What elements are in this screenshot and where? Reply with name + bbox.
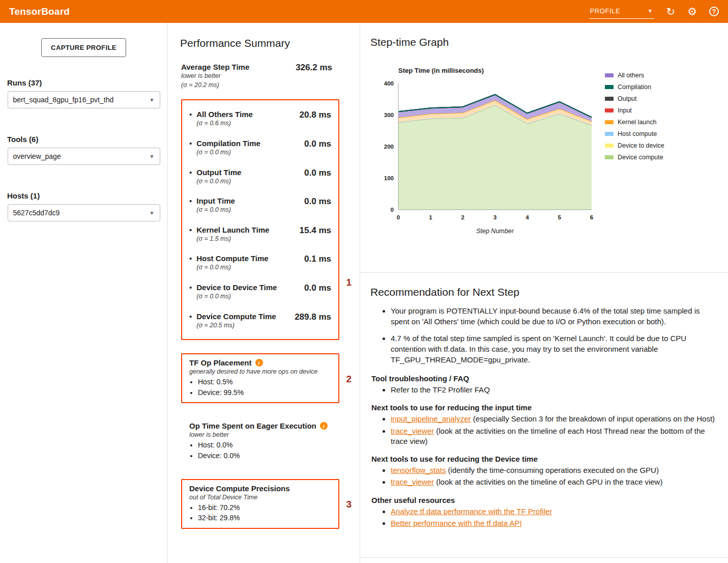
legend-item[interactable]: Compilation [605,83,664,91]
metric-sigma: (σ = 0.0 ms) [196,149,260,157]
metric-text: Input Time(σ = 0.0 ms) [196,196,235,214]
stat-item: 32-bit: 29.8% [198,513,331,523]
recommendation-bullets: Your program is POTENTIALLY input-bound … [370,305,716,365]
tool-link[interactable]: trace_viewer [391,477,434,486]
section-item: input_pipeline_analyzer (especially Sect… [391,414,716,424]
dashboard-selector[interactable]: PROFILE ▼ [589,4,654,19]
legend-swatch-icon [605,73,614,77]
bullet-icon: • [189,168,192,186]
x-tick-label: 5 [558,214,561,220]
metric-left: •Host Compute Time(σ = 0.0 ms) [189,254,269,272]
help-icon[interactable]: ? [709,7,719,16]
metric-sigma: (σ = 0.0 ms) [196,293,277,301]
metric-left: •Device Compute Time(σ = 20.5 ms) [189,312,276,330]
tf-op-placement-box: TF Op Placement generally desired to hav… [181,353,339,403]
x-tick-label: 6 [590,214,593,220]
metric-label: Compilation Time [196,139,260,148]
step-time-chart: 01002003004000123456Step Number [370,76,597,236]
series-area [398,105,592,210]
hosts-select-value: 5627c5dd7dc9 [13,209,60,217]
legend-item[interactable]: Device compute [605,154,664,161]
recommendation-bullet: 4.7 % of the total step time sampled is … [391,333,716,365]
metric-row: •Output Time(σ = 0.0 ms)0.0 ms [189,162,331,191]
metric-left: •Device to Device Time(σ = 0.0 ms) [189,283,277,301]
info-icon[interactable] [320,422,328,430]
legend-label: Input [618,107,632,114]
section-item: Better performance with the tf.data API [391,518,716,528]
tool-link[interactable]: tensorflow_stats [391,466,446,474]
legend-swatch-icon [605,85,614,89]
metric-label: Output Time [196,168,241,177]
tool-link[interactable]: Analyze tf.data performance with the TF … [391,507,552,516]
x-tick-label: 4 [526,214,529,220]
metrics-list: •All Others Time(σ = 0.6 ms)20.8 ms•Comp… [189,104,331,335]
bullet-icon: • [189,226,192,243]
section-list: input_pipeline_analyzer (especially Sect… [370,414,716,446]
y-tick-label: 300 [384,112,394,118]
stat-item: Host: 0.5% [198,377,331,387]
stat-item: Device: 99.5% [198,388,331,398]
gear-icon[interactable]: ⚙ [687,6,697,17]
metric-value: 0.0 ms [304,139,331,149]
eager-execution-subtitle: lower is better [189,431,331,438]
legend-item[interactable]: All others [605,72,664,79]
eager-execution-title: Op Time Spent on Eager Execution [189,421,316,430]
annotation-1: 1 [346,277,352,288]
refresh-icon[interactable]: ↻ [666,6,676,17]
legend-label: Kernel launch [618,119,656,126]
metric-text: Output Time(σ = 0.0 ms) [196,168,241,186]
tools-select[interactable]: overview_page ▼ [8,148,160,165]
metric-value: 20.8 ms [300,110,331,120]
legend-item[interactable]: Kernel launch [605,119,664,126]
section-heading: Tool troubleshooting / FAQ [371,374,716,383]
eager-execution-list: Host: 0.0%Device: 0.0% [189,440,331,461]
metric-sigma: (σ = 0.0 ms) [196,206,235,214]
tool-link[interactable]: input_pipeline_analyzer [391,414,471,423]
average-step-time-sigma: (σ = 20.2 ms) [181,81,249,90]
metric-row: •Kernel Launch Time(σ = 1.5 ms)15.4 ms [189,220,331,249]
legend-label: Compilation [618,83,651,91]
section-item: trace_viewer (look at the activities on … [391,477,716,487]
metric-text: Compilation Time(σ = 0.0 ms) [196,139,260,157]
metric-label: All Others Time [196,110,253,119]
bullet-icon: • [189,254,192,272]
metric-left: •Compilation Time(σ = 0.0 ms) [189,139,260,157]
legend-label: Host compute [618,130,657,137]
average-step-time-label: Average Step Time [181,63,249,71]
chart-title: Step Time (in milliseconds) [398,67,597,74]
metric-value: 0.0 ms [304,283,331,293]
stat-item: Host: 0.0% [198,440,331,451]
tools-label: Tools (6) [7,135,167,144]
runs-select[interactable]: bert_squad_8gpu_fp16_pvt_thd ▼ [8,91,160,108]
chevron-down-icon: ▼ [648,8,653,14]
section-item: tensorflow_stats (identify the time-cons… [391,465,716,475]
section-list: Refer to the TF2 Profiler FAQ [370,385,716,395]
device-precisions-subtitle: out of Total Device Time [189,494,331,501]
legend-label: Device compute [618,154,663,161]
legend-swatch-icon [605,120,614,124]
tool-link[interactable]: Better performance with the tf.data API [391,519,522,527]
metric-value: 0.0 ms [304,196,331,207]
info-icon[interactable] [255,359,263,367]
recommendation-panel: Recommendation for Next Step Your progra… [360,273,728,558]
hosts-select[interactable]: 5627c5dd7dc9 ▼ [8,204,160,221]
tool-link[interactable]: trace_viewer [391,427,434,435]
legend-item[interactable]: Input [605,107,664,114]
eager-execution-section: Op Time Spent on Eager Execution lower i… [181,416,339,466]
legend-swatch-icon [605,144,614,148]
metric-row: •Host Compute Time(σ = 0.0 ms)0.1 ms [189,248,331,277]
dropdown-arrow-icon: ▼ [150,210,155,216]
x-axis-title: Step Number [476,228,514,235]
legend-item[interactable]: Device to device [605,142,664,149]
average-step-time-note: lower is better [181,72,249,80]
recommendation-bullet: Your program is POTENTIALLY input-bound … [391,305,716,327]
metric-row: •Device to Device Time(σ = 0.0 ms)0.0 ms [189,277,331,306]
legend-item[interactable]: Output [605,95,664,102]
capture-profile-button[interactable]: CAPTURE PROFILE [41,38,126,57]
metric-label: Device to Device Time [196,283,277,292]
dropdown-arrow-icon: ▼ [150,154,155,159]
section-heading: Next tools to use for reducing the input… [371,403,716,412]
legend-item[interactable]: Host compute [605,130,664,137]
metric-sigma: (σ = 20.5 ms) [196,322,276,330]
section-item: Analyze tf.data performance with the TF … [391,506,716,517]
